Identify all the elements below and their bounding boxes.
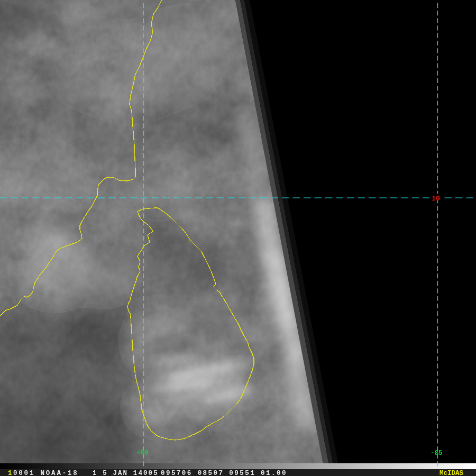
svg-text:1: 1	[8, 470, 12, 476]
svg-text:-85: -85	[431, 450, 443, 457]
svg-text:-80: -80	[136, 449, 149, 456]
svg-text:0001 NOAA-18: 0001 NOAA-18	[13, 470, 79, 476]
svg-text:10: 10	[432, 195, 440, 203]
svg-text:1 5 JAN 14005: 1 5 JAN 14005	[93, 470, 159, 476]
svg-text:095706 08507 09551 01.00: 095706 08507 09551 01.00	[161, 470, 287, 476]
svg-text:McIDAS: McIDAS	[440, 470, 464, 476]
